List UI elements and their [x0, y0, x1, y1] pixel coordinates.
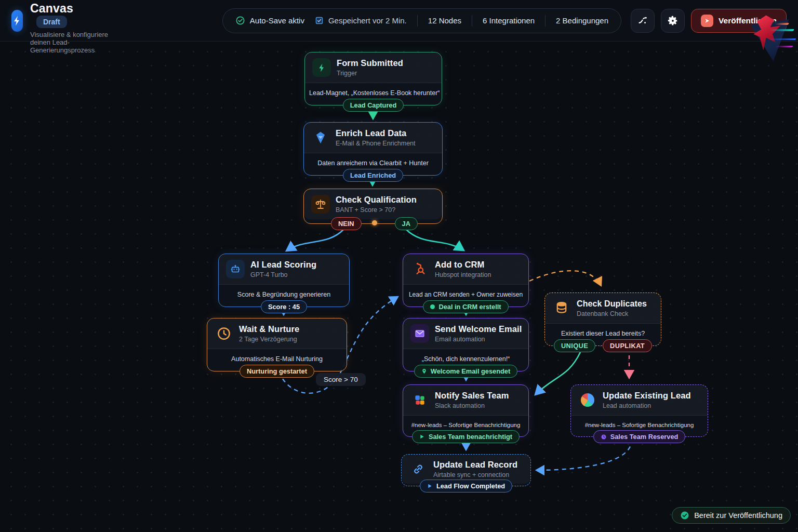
output-badge[interactable]: Lead Captured	[343, 99, 404, 112]
node-wait-nurture[interactable]: Wait & Nurture 2 Tage Verzögerung Automa…	[207, 318, 347, 371]
saved-status: Gespeichert vor 2 Min.	[315, 16, 407, 25]
output-badge[interactable]: Nurturing gestartet	[240, 365, 314, 378]
app-window: Lead Flow Canvas Draft Visualisiere & ko…	[0, 0, 798, 532]
saved-checkbox-icon	[315, 16, 324, 25]
shuffle-icon	[637, 15, 648, 26]
branch-badge-nein[interactable]: NEIN	[331, 217, 362, 230]
database-icon	[552, 299, 571, 317]
node-enrich-lead-data[interactable]: Enrich Lead Data E-Mail & Phone Enrichme…	[303, 122, 443, 176]
divider	[545, 15, 546, 26]
flag-icon	[427, 483, 433, 489]
rearrange-button[interactable]	[631, 9, 655, 33]
publish-label: Veröffentlichen	[719, 16, 777, 25]
integrations-count: 6 Integrationen	[483, 16, 535, 25]
envelope-icon	[410, 324, 429, 343]
node-notify-sales-team[interactable]: Notify Sales Team Slack automation #new-…	[403, 384, 529, 437]
page-title: Lead Flow Canvas	[30, 0, 109, 16]
check-circle-icon	[680, 511, 689, 520]
app-logo-bolt-icon	[11, 10, 23, 32]
output-badge[interactable]: Sales Team Reserved	[593, 430, 686, 443]
header-actions: Veröffentlichen	[631, 9, 787, 33]
edge-label-score: Score > 70	[316, 373, 366, 386]
check-circle-icon	[235, 16, 245, 25]
node-update-lead-record[interactable]: Update Lead Record Airtable sync + conne…	[401, 454, 531, 486]
clock-icon	[215, 324, 233, 343]
node-update-existing-lead[interactable]: Update Existing Lead Lead automation #ne…	[570, 384, 708, 437]
settings-button[interactable]	[661, 9, 685, 33]
brand-text: Lead Flow Canvas Draft Visualisiere & ko…	[30, 0, 109, 54]
publish-button[interactable]: Veröffentlichen	[691, 9, 787, 33]
nodes-count: 12 Nodes	[428, 16, 461, 25]
node-check-qualification[interactable]: Check Qualification BANT + Score > 70? N…	[303, 189, 443, 224]
status-badge: Draft	[36, 16, 67, 28]
divider	[472, 15, 472, 26]
scales-icon	[311, 195, 330, 214]
publish-send-icon	[701, 15, 713, 27]
divider	[417, 15, 418, 26]
workflow-status-bar: Auto-Save aktiv Gespeichert vor 2 Min. 1…	[222, 8, 621, 33]
branch-badge-unique[interactable]: UNIQUE	[554, 339, 595, 352]
node-form-submitted[interactable]: Form Submitted Trigger Lead-Magnet, „Kos…	[304, 52, 442, 105]
robot-icon	[226, 260, 245, 278]
pie-chart-icon	[578, 391, 597, 409]
condition-connector-dot	[372, 220, 377, 225]
bolt-icon	[312, 58, 331, 77]
node-send-welcome-email[interactable]: Send Welcome Email Email automation „Sch…	[403, 318, 529, 371]
link-icon	[409, 460, 428, 478]
slack-icon	[410, 391, 429, 409]
history-icon	[601, 434, 607, 440]
node-check-duplicates[interactable]: Check Duplicates Datenbank Check Existie…	[544, 292, 661, 346]
header-bar: Lead Flow Canvas Draft Visualisiere & ko…	[0, 0, 798, 42]
brand: Lead Flow Canvas Draft Visualisiere & ko…	[11, 0, 109, 54]
hubspot-icon	[410, 260, 429, 278]
gear-icon	[667, 15, 679, 26]
pin-icon	[421, 368, 427, 374]
autosave-status: Auto-Save aktiv	[235, 16, 304, 25]
output-badge[interactable]: Welcome Email gesendet	[414, 365, 517, 378]
leaf-icon	[419, 434, 425, 440]
output-badge[interactable]: Lead Enriched	[343, 169, 403, 182]
branch-badge-duplikat[interactable]: DUPLIKAT	[603, 339, 652, 352]
output-badge[interactable]: Deal in CRM erstellt	[423, 300, 508, 313]
ready-status-pill: Bereit zur Veröffentlichung	[672, 507, 791, 524]
output-badge[interactable]: Lead Flow Completed	[420, 480, 512, 493]
status-dot	[430, 304, 435, 309]
branch-badge-ja[interactable]: JA	[395, 217, 418, 230]
node-ai-lead-scoring[interactable]: AI Lead Scoring GPT-4 Turbo Score & Begr…	[218, 254, 350, 307]
flow-canvas[interactable]	[0, 42, 798, 532]
page-subtitle: Visualisiere & konfiguriere deinen Lead-…	[30, 31, 109, 54]
output-badge[interactable]: Sales Team benachrichtigt	[412, 430, 520, 443]
gem-icon	[311, 128, 330, 147]
node-add-to-crm[interactable]: Add to CRM Hubspot integration Lead an C…	[403, 254, 529, 307]
conditions-count: 2 Bedingungen	[556, 16, 608, 25]
output-badge[interactable]: Score : 45	[261, 300, 307, 313]
